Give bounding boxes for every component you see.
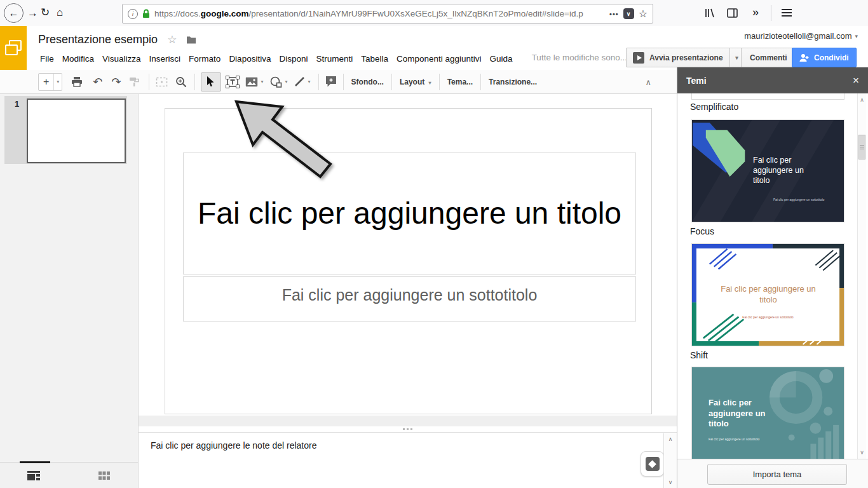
title-placeholder[interactable]: Fai clic per aggiungere un titolo [183, 152, 636, 274]
new-slide-button[interactable]: + ▾ [38, 73, 62, 91]
save-status[interactable]: Tutte le modifiche sono... [532, 53, 627, 65]
menu-item-inserisci[interactable]: Inserisci [149, 53, 182, 65]
theme-item-focus[interactable]: Fai clic per aggiungere un titolo Fai cl… [691, 243, 844, 346]
menu-item-guida[interactable]: Guida [489, 53, 513, 65]
grid-view-icon[interactable] [98, 471, 110, 480]
subtitle-placeholder-text: Fai clic per aggiungere un sottotitolo [282, 286, 538, 304]
speaker-notes: Fai clic per aggiungere le note del rela… [139, 433, 677, 488]
menu-item-strumenti[interactable]: Strumenti [315, 53, 353, 65]
print-icon[interactable] [71, 76, 83, 87]
paint-format-icon [129, 77, 140, 87]
thumb-title-text: Fai clic per aggiungere un titolo [753, 155, 819, 186]
theme-thumbnail-partial[interactable] [691, 93, 844, 100]
slide-thumbnail-row[interactable]: 1 [4, 96, 127, 164]
library-icon[interactable] [704, 8, 715, 18]
workspace-margin [139, 416, 677, 426]
plus-icon[interactable]: + [39, 76, 53, 88]
thumb-title-text: Fai clic per aggiungere un titolo [717, 283, 819, 305]
url-bar[interactable]: i https://docs.google.com/presentation/d… [122, 4, 653, 24]
sidebar-toggle-icon[interactable] [727, 8, 738, 18]
theme-button[interactable]: Tema... [440, 78, 480, 86]
layout-button[interactable]: Layout ▾ [392, 78, 439, 86]
close-icon[interactable]: × [853, 74, 859, 87]
comments-button-label: Commenti [750, 53, 787, 62]
menu-item-formato[interactable]: Formato [188, 53, 221, 65]
docs-header: Presentazione esempio ☆ File Modifica Vi… [0, 26, 868, 70]
notes-scrollbar[interactable]: ∧ ∨ [663, 433, 677, 488]
edit-toolbar: + ▾ ↶ ↷ ▾ ▾ ▾ Sfondo... Layout ▾ Tema...… [0, 70, 677, 94]
notes-splitter [139, 416, 677, 433]
undo-icon[interactable]: ↶ [93, 76, 102, 88]
explore-button[interactable] [641, 451, 664, 477]
explore-icon [646, 457, 660, 471]
slide-thumbnail[interactable] [27, 98, 126, 163]
bookmark-star-icon[interactable]: ☆ [639, 8, 648, 20]
line-tool-icon[interactable] [294, 76, 305, 87]
layout-caret-icon: ▾ [429, 80, 431, 86]
new-slide-caret-icon[interactable]: ▾ [53, 74, 62, 90]
slide-canvas[interactable]: Fai clic per aggiungere un titolo Fai cl… [165, 108, 652, 414]
thumb-subtitle-text: Fai clic per aggiungere un sottotitolo [773, 198, 824, 201]
present-button-group: Avvia presentazione ▾ [626, 48, 745, 67]
shape-caret-icon[interactable]: ▾ [285, 79, 288, 85]
move-folder-icon[interactable] [186, 36, 196, 44]
menubar: File Modifica Visualizza Inserisci Forma… [39, 53, 627, 65]
background-button[interactable]: Sfondo... [344, 78, 391, 86]
star-document-icon[interactable]: ☆ [167, 33, 177, 46]
textbox-tool-icon[interactable] [226, 76, 240, 88]
import-theme-button[interactable]: Importa tema [707, 464, 847, 485]
menu-item-diapositiva[interactable]: Diapositiva [228, 53, 271, 65]
collapse-toolbar-icon[interactable]: ∧ [645, 78, 651, 87]
site-info-icon[interactable]: i [128, 9, 138, 19]
scroll-up-icon[interactable]: ∧ [664, 436, 677, 442]
menu-item-disponi[interactable]: Disponi [278, 53, 308, 65]
menu-item-file[interactable]: File [39, 53, 55, 65]
subtitle-placeholder[interactable]: Fai clic per aggiungere un sottotitolo [183, 276, 636, 322]
zoom-icon[interactable] [175, 76, 187, 88]
redo-icon[interactable]: ↷ [111, 76, 121, 88]
person-icon [799, 53, 810, 62]
menu-item-componenti-aggiuntivi[interactable]: Componenti aggiuntivi [396, 53, 482, 65]
account-menu[interactable]: maurizioteotelloli@gmail.com ▾ [744, 31, 858, 41]
transition-button[interactable]: Transizione... [481, 78, 545, 86]
image-tool-icon[interactable] [245, 77, 258, 87]
scroll-down-icon[interactable]: ∨ [664, 479, 677, 485]
url-prefix: https://docs. [154, 9, 201, 18]
filmstrip-view-icon[interactable] [27, 471, 40, 480]
line-caret-icon[interactable]: ▾ [308, 79, 311, 85]
themes-panel: Temi × Semplificato Fai clic per aggiung… [677, 67, 868, 488]
overflow-chevron-icon[interactable]: » [752, 6, 759, 18]
notes-placeholder[interactable]: Fai clic per aggiungere le note del rela… [151, 440, 317, 451]
share-button[interactable]: Condividi [792, 48, 857, 67]
home-icon[interactable]: ⌂ [57, 7, 63, 18]
shape-tool-icon[interactable] [270, 76, 282, 88]
themes-scrollbar[interactable]: ∧ ∨ [857, 93, 866, 459]
menu-item-visualizza[interactable]: Visualizza [102, 53, 142, 65]
pocket-icon[interactable]: ∨ [623, 8, 634, 19]
theme-item-shift[interactable]: Fai clic per aggiungere un titolo Fai cl… [691, 367, 844, 459]
scroll-up-icon[interactable]: ∧ [858, 97, 866, 103]
title-placeholder-text: Fai clic per aggiungere un titolo [198, 189, 621, 238]
theme-item-semplificato[interactable]: Fai clic per aggiungere un titolo Fai cl… [691, 119, 844, 222]
select-tool-button[interactable] [201, 72, 221, 92]
reload-icon[interactable]: ↻ [41, 7, 50, 18]
scrollbar-thumb[interactable] [858, 135, 865, 159]
scroll-down-icon[interactable]: ∨ [858, 449, 866, 456]
present-button[interactable]: Avvia presentazione [627, 48, 729, 67]
menu-item-tabella[interactable]: Tabella [360, 53, 389, 65]
zoom-fit-icon [156, 77, 168, 87]
slides-logo[interactable] [0, 26, 27, 70]
image-caret-icon[interactable]: ▾ [261, 79, 264, 85]
comments-button[interactable]: Commenti [741, 48, 796, 67]
url-text[interactable]: https://docs.google.com/presentation/d/1… [154, 9, 605, 18]
menu-hamburger-icon[interactable] [782, 9, 792, 10]
splitter-handle[interactable] [139, 426, 677, 432]
browser-toolbar: ← → ↻ ⌂ i https://docs.google.com/presen… [0, 0, 868, 27]
document-title[interactable]: Presentazione esempio [38, 33, 158, 46]
slides-logo-shape [5, 44, 18, 55]
back-icon[interactable]: ← [4, 3, 24, 23]
comment-tool-icon[interactable] [325, 76, 337, 88]
menu-item-modifica[interactable]: Modifica [62, 53, 95, 65]
page-actions-icon[interactable]: ••• [609, 10, 619, 18]
forward-icon[interactable]: → [27, 8, 38, 18]
